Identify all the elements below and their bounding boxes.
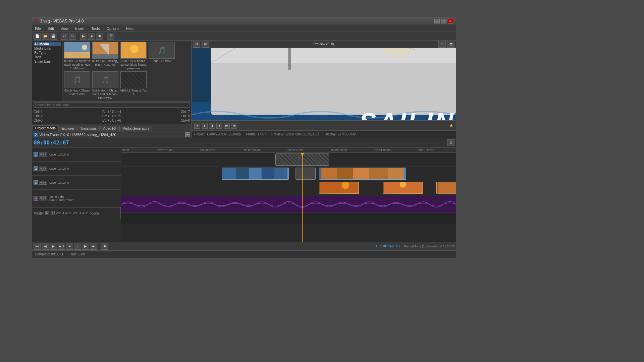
trk-solo-master[interactable]: S	[51, 211, 55, 215]
thumb-audio2: 🎵	[64, 71, 90, 88]
menu-options[interactable]: Options	[105, 26, 121, 31]
tree-tags[interactable]: Tags	[34, 55, 61, 59]
trk-mute-v3[interactable]: M	[39, 181, 43, 185]
menu-edit[interactable]: Edit	[46, 26, 55, 31]
thumb-audio1-label: Fade Out.WAV	[152, 59, 172, 63]
clip-v3-sunset2[interactable]	[383, 182, 423, 194]
media-panel: All Media Media Bins By Type Tags Smart …	[32, 41, 191, 131]
preview-settings-btn[interactable]: ⚙	[193, 41, 200, 48]
clip-v1-transparent[interactable]	[275, 154, 329, 166]
svg-rect-29	[388, 168, 404, 179]
track-row-v3[interactable]	[121, 181, 456, 195]
maximize-button[interactable]: □	[441, 19, 446, 23]
preview-prev-frame-btn[interactable]: ⏮	[224, 123, 230, 129]
thumb-beach-label: 00980810-sunset-beach-wedding_H264_420.m…	[64, 59, 91, 70]
tab-project-media[interactable]: Project Media	[32, 125, 59, 131]
tab-explorer[interactable]: Explorer	[59, 126, 77, 131]
svg-rect-27	[353, 168, 369, 179]
clip-v3-svg3	[437, 182, 456, 193]
save-btn[interactable]: 💾	[50, 33, 57, 40]
render-btn[interactable]: 🎬	[107, 33, 114, 40]
menu-help[interactable]: Help	[124, 26, 135, 31]
stop-btn[interactable]: ■	[88, 33, 95, 40]
redo-btn[interactable]: ↪	[69, 33, 76, 40]
track-row-v1[interactable]	[121, 153, 456, 167]
transport-next-frame[interactable]: ▶	[82, 243, 89, 250]
shortcut-6: Ctrl+6Ctrl+9	[112, 119, 190, 122]
search-input[interactable]	[34, 102, 190, 108]
trk-solo-v1[interactable]: S	[43, 153, 47, 157]
undo-btn[interactable]: ↩	[61, 33, 68, 40]
transport-prev-frame[interactable]: ◀	[42, 243, 49, 250]
transport-to-start[interactable]: ⏮	[34, 243, 41, 250]
transport-bar: ⏮ ◀ ▶ ▶↺ ■ ⏸ ▶ ⏭ ⏺ 00:00:42:07 Record Ti…	[32, 242, 456, 250]
transport-stop[interactable]: ■	[66, 243, 73, 250]
trk-mute-master[interactable]: M	[45, 211, 49, 215]
tree-smart-bins[interactable]: Smart Bins	[34, 59, 61, 64]
clip-v3-sunset1[interactable]	[319, 182, 359, 194]
clip-v2-sailing[interactable]	[222, 168, 289, 180]
trk-mute-v1[interactable]: M	[39, 153, 43, 157]
close-button[interactable]: ✕	[448, 19, 453, 23]
clip-v2-sailing2[interactable]	[319, 168, 406, 180]
preview-snap-btn[interactable]: ⊞	[202, 41, 209, 48]
preview-copy-btn[interactable]: ⬒	[447, 41, 454, 48]
track-row-a1[interactable]	[121, 195, 456, 213]
record-btn[interactable]: ⏺	[96, 33, 103, 40]
transport-play[interactable]: ▶	[50, 243, 57, 250]
trk-solo-a1[interactable]: S	[43, 196, 47, 200]
tab-video-fx[interactable]: Video FX	[100, 126, 119, 131]
tab-transitions[interactable]: Transitions	[77, 126, 100, 131]
transport-record[interactable]: ⏺	[101, 243, 108, 250]
timeline-header: 00:00:42:07 ⚙	[32, 138, 456, 147]
transport-pause[interactable]: ⏸	[74, 243, 81, 250]
trk-mute-a1[interactable]: M	[39, 196, 43, 200]
media-item-audio3[interactable]: 🎵 Glitch Hop - Chipsounds and Glitches -…	[92, 71, 119, 100]
track-row-v2[interactable]	[121, 167, 456, 181]
media-item-birds[interactable]: 023167636-beach-sunset-birds-flyaway-rea…	[120, 42, 147, 70]
play-btn[interactable]: ▶	[80, 33, 87, 40]
track-area[interactable]: 00:00:00:00 00:00:10:00 00:00:20:00 00:0…	[121, 147, 456, 242]
status-rate: Rate: 0,00	[69, 252, 85, 256]
preview-play-btn[interactable]: ▶	[202, 123, 208, 129]
tree-by-type[interactable]: By Type	[34, 51, 61, 55]
track-row-master[interactable]	[121, 213, 456, 224]
tree-all-media[interactable]: All Media	[34, 42, 61, 46]
tree-media-bins[interactable]: Media Bins	[34, 46, 61, 51]
master-vol: Vol: -1,4 dB	[56, 212, 72, 215]
tab-media-generators[interactable]: Media Generators	[119, 126, 152, 131]
clip-v2-gap[interactable]	[296, 168, 316, 180]
timeline-settings-btn[interactable]: ⚙	[447, 139, 454, 146]
shortcut-1: Ctrl+1Ctrl+4	[34, 110, 111, 114]
thumb-audio3: 🎵	[92, 71, 118, 88]
transport-to-end[interactable]: ⏭	[90, 243, 97, 250]
trk-solo-v2[interactable]: S	[43, 167, 47, 171]
preview-next-frame-btn[interactable]: ⏭	[231, 123, 237, 129]
clip-v3-sunset3[interactable]	[436, 182, 456, 194]
media-grid: 00980810-sunset-beach-wedding_H264_420.m…	[62, 41, 191, 101]
ruler-mark-0: 00:00:00:00	[121, 148, 129, 152]
trk-mute-v2[interactable]: M	[39, 167, 43, 171]
tracks-canvas	[121, 153, 456, 242]
media-item-titles[interactable]: VEGAS Titles & Text	[120, 71, 147, 100]
media-item-sailing[interactable]: 011285662-sailing_H264_420.mov	[92, 42, 119, 70]
menu-insert[interactable]: Insert	[74, 26, 86, 31]
menu-tools[interactable]: Tools	[90, 26, 101, 31]
preview-view-btn[interactable]: □	[438, 41, 446, 48]
new-btn[interactable]: 📄	[34, 33, 41, 40]
transport-play-loop[interactable]: ▶↺	[58, 243, 65, 250]
open-btn[interactable]: 📂	[42, 33, 49, 40]
main-toolbar: 📄 📂 💾 ↩ ↪ ▶ ■ ⏺ 🎬	[32, 32, 456, 41]
media-item-audio1[interactable]: 🎵 Fade Out.WAV	[148, 42, 175, 70]
preview-loop-btn[interactable]: ⟳	[194, 123, 200, 129]
media-item-beach[interactable]: 00980810-sunset-beach-wedding_H264_420.m…	[64, 42, 91, 70]
fx-close-btn[interactable]: ✕	[185, 132, 190, 137]
minimize-button[interactable]: ─	[434, 19, 440, 23]
preview-stop-btn[interactable]: ■	[216, 123, 222, 129]
menu-file[interactable]: File	[34, 26, 42, 31]
menu-view[interactable]: View	[59, 26, 70, 31]
left-panel: All Media Media Bins By Type Tags Smart …	[32, 41, 192, 138]
media-item-audio2[interactable]: 🎵 Glitch Hop - Chipsounds 2.WAV	[64, 71, 91, 100]
trk-solo-v3[interactable]: S	[43, 181, 47, 185]
preview-pause-btn[interactable]: ⏸	[209, 123, 215, 129]
